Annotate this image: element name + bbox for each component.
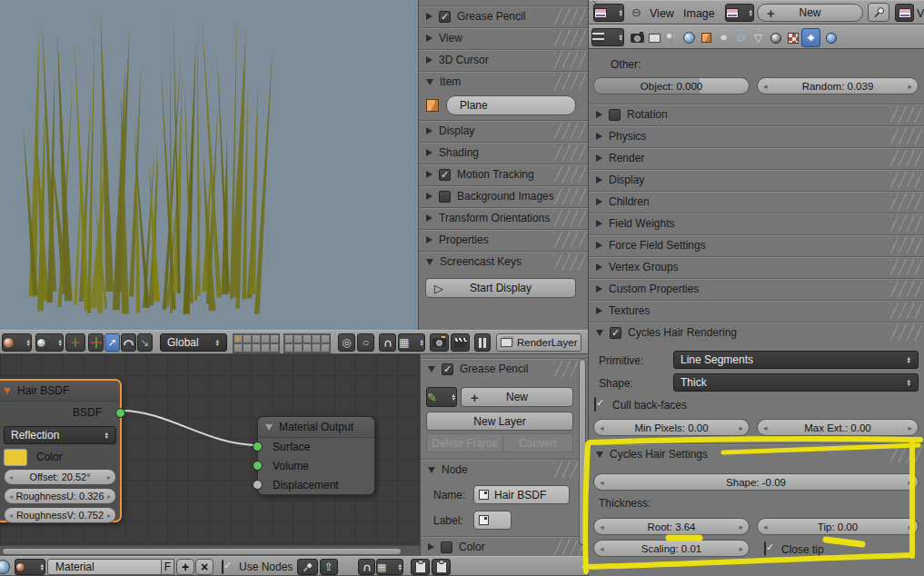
layer-cell[interactable] xyxy=(284,334,293,343)
manipulator-scale-button[interactable]: ↘ xyxy=(137,333,153,352)
layer-buttons-group-1[interactable] xyxy=(233,333,280,353)
snap-element-button[interactable]: ▦ xyxy=(398,333,425,352)
new-layer-button[interactable]: New Layer xyxy=(426,412,573,431)
snap-element-node[interactable]: ▦ xyxy=(376,559,403,575)
panel-background-images[interactable]: Background Images xyxy=(419,185,588,206)
opengl-animation-button[interactable] xyxy=(451,333,470,352)
node-label-field[interactable] xyxy=(473,511,512,530)
menu-image[interactable]: Image xyxy=(683,7,715,20)
close-tip-checkbox[interactable] xyxy=(764,541,766,556)
tab-world[interactable] xyxy=(681,29,698,46)
panel-node[interactable]: Node xyxy=(421,459,588,480)
node-canvas[interactable]: Hair BSDF BSDF Reflection Color Offset: … xyxy=(0,354,420,545)
tab-object-data[interactable]: ▽ xyxy=(750,29,767,46)
panel-render[interactable]: Render xyxy=(589,147,924,168)
grease-pencil-new-button[interactable]: + New xyxy=(461,387,573,407)
hair-bsdf-node[interactable]: Hair BSDF BSDF Reflection Color Offset: … xyxy=(0,379,122,522)
pin-image-button[interactable] xyxy=(868,3,889,22)
panel-3d-cursor[interactable]: 3D Cursor xyxy=(419,49,588,70)
snap-toggle-button[interactable] xyxy=(379,333,396,352)
panel-motion-tracking[interactable]: Motion Tracking xyxy=(419,164,588,184)
hair-color-swatch[interactable] xyxy=(4,449,27,466)
layer-cell[interactable] xyxy=(293,343,303,353)
editor-type-button-clipped[interactable] xyxy=(895,4,914,22)
render-layer-selector[interactable]: RenderLayer xyxy=(496,333,581,352)
convert-button[interactable]: Convert xyxy=(503,433,573,452)
panel-display-props[interactable]: Display xyxy=(589,169,924,190)
tab-material[interactable] xyxy=(767,29,784,46)
color-panel-checkbox[interactable] xyxy=(441,541,452,553)
tab-modifiers[interactable]: ⚙ xyxy=(732,29,750,46)
tab-render[interactable] xyxy=(629,29,646,46)
panel-cycles-hair-rendering[interactable]: Cycles Hair Rendering xyxy=(589,322,924,343)
panel-physics[interactable]: Physics xyxy=(589,125,924,146)
panel-grease-pencil-3d[interactable]: Grease Pencil xyxy=(419,5,588,26)
manipulator-translate-button[interactable] xyxy=(88,333,104,352)
layer-cell[interactable] xyxy=(312,343,321,353)
tab-object[interactable] xyxy=(698,29,715,46)
grease-pencil-datablock-button[interactable]: ✎ xyxy=(426,387,457,407)
proportional-edit-button[interactable]: ◎ xyxy=(338,333,355,352)
go-to-parent-button[interactable]: ⇧ xyxy=(320,559,338,575)
object-slider[interactable]: Object: 0.000 xyxy=(593,77,750,94)
roughness-v-slider[interactable]: RoughnessV: 0.752 xyxy=(4,507,116,523)
object-name-field[interactable]: Plane xyxy=(446,95,576,115)
layer-cell[interactable] xyxy=(261,343,270,353)
delete-frame-button[interactable]: Delete Frame xyxy=(426,433,503,452)
editor-type-button-3dview[interactable] xyxy=(2,333,32,352)
tab-constraints[interactable]: ⚭ xyxy=(715,29,732,46)
sidebar-scrollbar[interactable] xyxy=(579,359,586,545)
panel-cycles-hair-settings[interactable]: Cycles Hair Settings xyxy=(589,443,924,464)
max-ext-field[interactable]: Max Ext.: 0.00 xyxy=(757,419,919,436)
background-images-checkbox[interactable] xyxy=(439,191,451,203)
panel-transform-orientations[interactable]: Transform Orientations xyxy=(419,207,588,228)
pivot-point-selector[interactable] xyxy=(35,333,64,352)
panel-view[interactable]: View xyxy=(419,27,588,48)
roughness-u-slider[interactable]: RoughnessU: 0.326 xyxy=(4,488,116,504)
layer-cell[interactable] xyxy=(270,343,279,353)
scaling-field[interactable]: Scaling: 0.01 xyxy=(593,540,750,557)
offset-slider[interactable]: Offset: 20.52° xyxy=(4,469,116,485)
pin-node-tree-button[interactable] xyxy=(297,559,318,575)
node-hscrollbar-track[interactable] xyxy=(0,545,420,556)
image-new-button[interactable]: + New xyxy=(757,4,863,22)
proportional-falloff-button[interactable]: ○ xyxy=(357,333,374,352)
grease-pencil-checkbox[interactable] xyxy=(442,363,453,375)
layer-cell[interactable] xyxy=(243,343,252,353)
layer-cell[interactable] xyxy=(252,343,261,353)
world-shader-icon[interactable] xyxy=(0,560,10,574)
use-nodes-checkbox[interactable] xyxy=(222,560,224,574)
panel-force-field-settings[interactable]: Force Field Settings xyxy=(589,234,924,255)
manipulator-toggle-button[interactable] xyxy=(65,333,85,352)
pause-button[interactable] xyxy=(474,333,491,352)
node-collapse-icon[interactable] xyxy=(4,388,11,394)
hair-component-dropdown[interactable]: Reflection xyxy=(4,426,116,444)
image-datablock-browse[interactable] xyxy=(725,4,754,22)
panel-screencast-keys[interactable]: Screencast Keys xyxy=(419,251,588,272)
primitive-dropdown[interactable]: Line Segments xyxy=(673,351,919,369)
circle-minus-icon[interactable]: ⊖ xyxy=(631,6,641,18)
panel-rotation[interactable]: Rotation xyxy=(589,104,924,124)
node-hscrollbar-thumb[interactable] xyxy=(2,548,402,555)
panel-textures[interactable]: Textures xyxy=(589,300,924,321)
layer-cell[interactable] xyxy=(261,334,270,343)
panel-children[interactable]: Children xyxy=(589,191,924,212)
tab-scene[interactable] xyxy=(663,29,681,46)
node-name-field[interactable]: Hair BSDF xyxy=(473,485,570,504)
volume-input-socket[interactable] xyxy=(253,461,263,471)
panel-shading[interactable]: Shading xyxy=(419,142,588,163)
cycles-hair-rendering-checkbox[interactable] xyxy=(610,327,621,339)
material-name-field[interactable]: Material xyxy=(47,559,162,575)
panel-item[interactable]: Item xyxy=(419,71,588,92)
tip-thickness-field[interactable]: Tip: 0.00 xyxy=(757,518,919,535)
surface-input-socket[interactable] xyxy=(253,442,263,452)
menu-view[interactable]: View xyxy=(650,7,674,20)
min-pixels-field[interactable]: Min Pixels: 0.00 xyxy=(593,419,750,436)
material-output-node[interactable]: Material Output Surface Volume Displacem… xyxy=(257,416,375,495)
cull-backfaces-checkbox[interactable] xyxy=(594,397,596,412)
editor-type-button-properties[interactable] xyxy=(591,28,624,46)
bsdf-output-socket[interactable] xyxy=(115,408,125,418)
panel-vertex-groups[interactable]: Vertex Groups xyxy=(589,256,924,277)
material-output-node-header[interactable]: Material Output xyxy=(258,417,374,438)
panel-properties[interactable]: Properties xyxy=(419,229,588,250)
